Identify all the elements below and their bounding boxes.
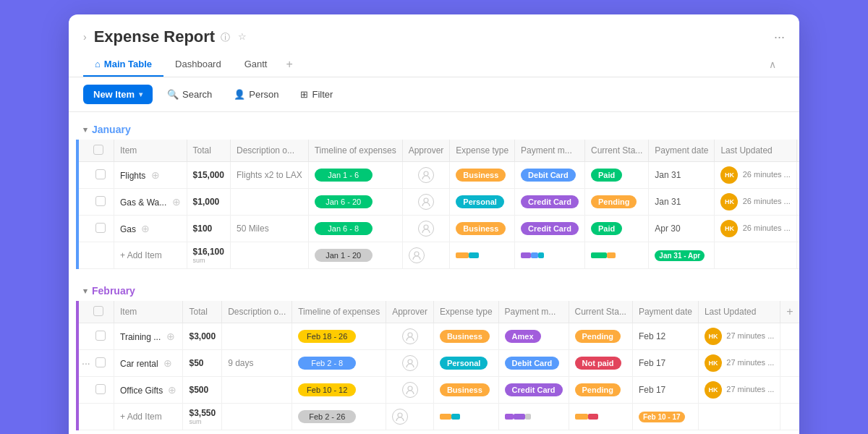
add-item-checkbox-cell	[79, 242, 114, 269]
cell-payment-date: Feb 12	[632, 323, 698, 350]
row-checkbox[interactable]	[95, 196, 106, 206]
cell-desc	[222, 323, 292, 350]
app-window: › Expense Report ⓘ ☆ ··· ⌂ Main Table Da…	[69, 14, 799, 434]
approver-avatar	[402, 382, 418, 398]
content-area: ▾ January ItemTotalDescription o...Timel…	[69, 112, 799, 434]
star-icon[interactable]: ☆	[238, 31, 250, 43]
column-payment-method: Payment m...	[515, 140, 585, 162]
cell-approver	[402, 162, 450, 189]
summary-timeline: Jan 1 - 20	[308, 242, 402, 269]
row-checkbox-cell	[79, 216, 114, 242]
row-checkbox[interactable]	[95, 357, 106, 367]
row-checkbox-cell	[79, 377, 114, 404]
cell-total: $100	[187, 216, 230, 242]
add-item-row[interactable]: + Add Item $16,100 sum Jan 1 - 20 Jan 31…	[79, 242, 799, 269]
group-header-february[interactable]: ▾ February	[69, 281, 799, 301]
cell-desc	[222, 377, 292, 404]
add-column-button[interactable]: +	[780, 301, 799, 323]
group-title-february: February	[92, 285, 135, 297]
search-icon: 🔍	[167, 89, 179, 100]
add-subitem-icon[interactable]: ⊕	[168, 384, 176, 396]
filter-button[interactable]: ⊞ Filter	[293, 85, 340, 103]
summary-timeline: Feb 2 - 26	[292, 404, 386, 430]
tab-bar: ⌂ Main Table Dashboard Gantt + ∧	[83, 52, 785, 77]
column-item: Item	[114, 301, 183, 323]
row-options-icon[interactable]: ···	[82, 357, 90, 369]
row-checkbox[interactable]	[95, 331, 106, 341]
approver-avatar	[418, 167, 434, 183]
column-status: Current Sta...	[584, 140, 648, 162]
table-wrap-january: ItemTotalDescription o...Timeline of exp…	[76, 140, 799, 269]
column-total: Total	[187, 140, 230, 162]
cell-payment-method: Debit Card	[498, 350, 569, 377]
cell-expense-type: Personal	[433, 350, 498, 377]
cell-expense-type: Business	[433, 377, 498, 404]
approver-avatar	[402, 328, 418, 344]
row-checkbox[interactable]	[95, 384, 106, 394]
column-expense-type: Expense type	[450, 140, 515, 162]
cell-timeline: Jan 6 - 20	[308, 189, 402, 216]
svg-point-3	[414, 252, 419, 256]
info-icon[interactable]: ⓘ	[221, 31, 232, 43]
new-item-button[interactable]: New Item ▾	[83, 85, 153, 104]
svg-point-4	[408, 333, 412, 337]
add-tab-button[interactable]: +	[278, 52, 299, 77]
person-icon: 👤	[234, 89, 245, 100]
cell-status: Not paid	[569, 350, 632, 377]
cell-approver	[386, 377, 434, 404]
add-subitem-icon[interactable]: ⊕	[172, 196, 181, 208]
add-item-button[interactable]: + Add Item	[114, 242, 187, 269]
cell-approver	[386, 323, 434, 350]
tab-dashboard[interactable]: Dashboard	[163, 53, 233, 77]
svg-point-2	[424, 225, 428, 229]
cell-payment-date: Feb 17	[632, 377, 698, 404]
table-february: ItemTotalDescription o...Timeline of exp…	[79, 301, 799, 430]
column-status: Current Sta...	[569, 301, 632, 323]
approver-avatar	[418, 221, 434, 237]
cell-last-updated: HK 27 minutes ...	[698, 377, 780, 404]
add-column-button[interactable]: +	[796, 140, 799, 162]
approver-avatar	[418, 194, 434, 210]
select-all-checkbox[interactable]	[93, 306, 103, 316]
svg-point-0	[424, 171, 428, 176]
column-payment-method: Payment m...	[498, 301, 569, 323]
cell-payment-method: Credit Card	[515, 189, 585, 216]
add-item-button[interactable]: + Add Item	[114, 404, 183, 430]
table-wrap-february: ItemTotalDescription o...Timeline of exp…	[76, 301, 799, 430]
column-timeline: Timeline of expenses	[308, 140, 402, 162]
select-all-checkbox[interactable]	[93, 145, 103, 155]
column-last-updated: Last Updated	[698, 301, 780, 323]
group-header-january[interactable]: ▾ January	[69, 119, 799, 140]
add-subitem-icon[interactable]: ⊕	[163, 357, 172, 369]
add-subitem-icon[interactable]: ⊕	[141, 223, 150, 234]
person-button[interactable]: 👤 Person	[226, 85, 286, 103]
summary-approver	[392, 409, 408, 425]
cell-status: Paid	[584, 162, 648, 189]
add-subitem-icon[interactable]: ⊕	[151, 169, 160, 181]
cell-add	[796, 189, 799, 216]
summary-total: $16,100 sum	[187, 242, 230, 269]
column-desc: Description o...	[230, 140, 308, 162]
cell-total: $15,000	[187, 162, 230, 189]
home-icon: ⌂	[95, 59, 101, 69]
svg-point-1	[424, 198, 428, 203]
table-row: Office Gifts ⊕ $500 Feb 10 - 12 Business…	[79, 377, 799, 404]
chevron-icon: ▾	[83, 286, 88, 296]
column-total: Total	[183, 301, 222, 323]
cell-last-updated: HK 27 minutes ...	[698, 350, 780, 377]
cell-desc: 9 days	[222, 350, 292, 377]
cell-expense-type: Business	[433, 323, 498, 350]
more-options-icon[interactable]: ···	[774, 30, 785, 45]
tab-gantt[interactable]: Gantt	[233, 53, 279, 77]
cell-item: Training ... ⊕	[114, 323, 183, 350]
user-avatar: HK	[705, 354, 722, 372]
row-checkbox[interactable]	[95, 169, 106, 179]
row-checkbox[interactable]	[95, 223, 106, 233]
tab-main-table[interactable]: ⌂ Main Table	[83, 53, 163, 77]
collapse-button[interactable]: ∧	[760, 53, 785, 76]
add-subitem-icon[interactable]: ⊕	[166, 331, 175, 342]
search-button[interactable]: 🔍 Search	[160, 85, 219, 103]
add-item-row[interactable]: + Add Item $3,550 sum Feb 2 - 26 Feb 10 …	[79, 404, 799, 430]
cell-desc: 50 Miles	[230, 216, 308, 242]
cell-timeline: Jan 6 - 8	[308, 216, 402, 242]
